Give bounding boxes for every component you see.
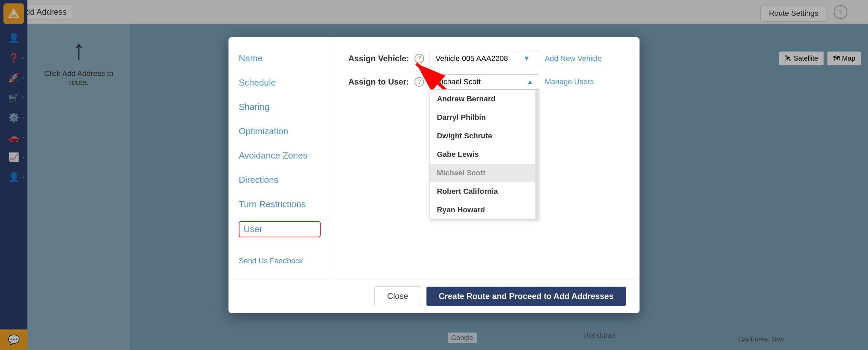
nav-item-user[interactable]: User (239, 221, 321, 237)
user-select-dropdown[interactable]: Michael Scott ▲ (430, 74, 539, 89)
nav-item-name[interactable]: Name (239, 51, 321, 66)
add-new-vehicle-link[interactable]: Add New Vehicle (545, 54, 602, 63)
user-help-icon[interactable]: ? (414, 77, 424, 87)
assign-vehicle-label: Assign Vehicle: (348, 54, 409, 63)
vehicle-selected-value: Vehicle 005 AAA2208 (435, 54, 508, 63)
user-option-robert[interactable]: Robert California (430, 182, 539, 201)
user-option-darryl[interactable]: Darryl Philbin (430, 108, 539, 127)
user-select-container: Michael Scott ▲ Andrew Bernard Darryl Ph… (430, 74, 539, 89)
modal-footer: Close Create Route and Proceed to Add Ad… (228, 279, 640, 313)
assign-user-label: Assign to User: (348, 77, 409, 87)
close-button[interactable]: Close (374, 286, 421, 306)
assign-user-row: Assign to User: ? Michael Scott ▲ Andrew… (348, 74, 622, 89)
user-option-dwight[interactable]: Dwight Schrute (430, 127, 539, 145)
user-option-michael[interactable]: Michael Scott (430, 164, 539, 182)
manage-users-link[interactable]: Manage Users (545, 77, 594, 86)
user-selected-value: Michael Scott (435, 77, 481, 86)
nav-item-directions[interactable]: Directions (239, 173, 321, 187)
send-feedback-link[interactable]: Send Us Feedback (239, 257, 321, 265)
nav-item-optimization[interactable]: Optimization (239, 124, 321, 139)
user-dropdown-arrow: ▲ (527, 78, 534, 86)
modal-main-content: Assign Vehicle: ? Vehicle 005 AAA2208 ▼ … (331, 37, 640, 279)
vehicle-select-dropdown[interactable]: Vehicle 005 AAA2208 ▼ (430, 51, 539, 66)
modal-overlay: Name Schedule Sharing Optimization Avoid… (0, 0, 868, 350)
nav-item-schedule[interactable]: Schedule (239, 75, 321, 90)
vehicle-dropdown-arrow: ▼ (523, 54, 530, 62)
user-dropdown-list: Andrew Bernard Darryl Philbin Dwight Sch… (430, 89, 539, 220)
vehicle-help-icon[interactable]: ? (414, 54, 424, 63)
dropdown-scrollbar[interactable] (535, 90, 539, 219)
route-settings-modal: Name Schedule Sharing Optimization Avoid… (228, 37, 640, 313)
assign-vehicle-row: Assign Vehicle: ? Vehicle 005 AAA2208 ▼ … (348, 51, 622, 66)
user-option-ryan[interactable]: Ryan Howard (430, 201, 539, 219)
nav-item-sharing[interactable]: Sharing (239, 100, 321, 114)
modal-body: Name Schedule Sharing Optimization Avoid… (228, 37, 640, 279)
nav-item-avoidance-zones[interactable]: Avoidance Zones (239, 148, 321, 163)
nav-item-turn-restrictions[interactable]: Turn Restrictions (239, 197, 321, 212)
create-route-button[interactable]: Create Route and Proceed to Add Addresse… (426, 287, 626, 306)
user-option-andrew[interactable]: Andrew Bernard (430, 90, 539, 108)
user-option-gabe[interactable]: Gabe Lewis (430, 145, 539, 164)
modal-nav: Name Schedule Sharing Optimization Avoid… (228, 37, 331, 279)
